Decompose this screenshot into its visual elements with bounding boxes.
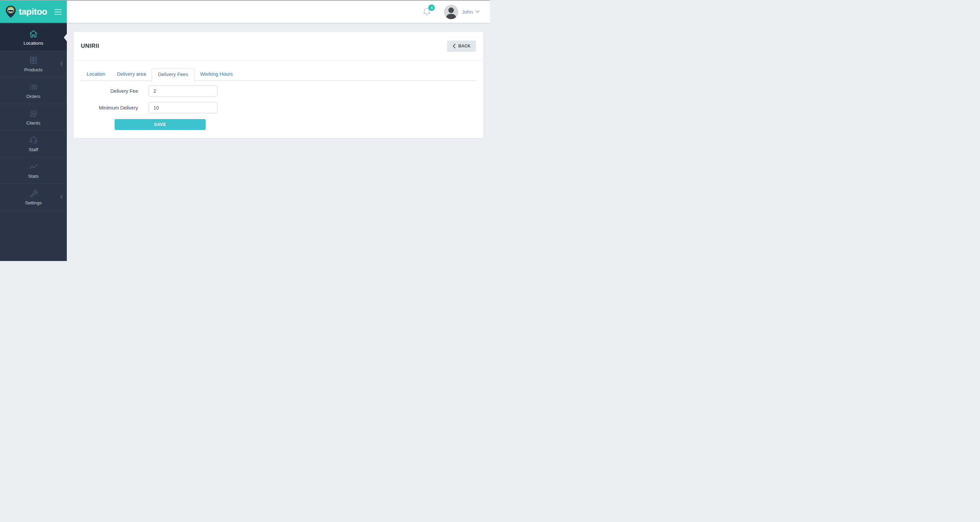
list-icon	[29, 82, 38, 91]
delivery-fees-form: Delivery Fee Minimum Delivery SAVE	[81, 85, 476, 130]
minimum-delivery-label: Minimum Delivery	[81, 105, 138, 110]
menu-book-icon	[29, 56, 38, 65]
chevron-down-icon[interactable]	[475, 10, 480, 13]
tab-delivery-fees[interactable]: Delivery Fees	[152, 68, 194, 82]
chevron-left-icon	[60, 194, 63, 200]
wrench-icon	[29, 189, 38, 198]
page-title: UNIRII	[81, 43, 99, 49]
sidebar-item-clients[interactable]: Clients	[0, 104, 67, 131]
tab-working-hours[interactable]: Working Hours	[194, 68, 239, 80]
tapitoo-pin-logo-icon	[5, 5, 16, 18]
sidebar-item-locations[interactable]: Locations	[0, 24, 67, 51]
form-row: Delivery Fee	[81, 85, 476, 97]
page-content: UNIRII BACK Location Delivery area Deliv…	[67, 23, 490, 261]
sidebar-item-label: Orders	[26, 94, 40, 99]
headset-icon	[29, 136, 38, 145]
location-tabs: Location Delivery area Delivery Fees Wor…	[81, 68, 476, 81]
chevron-left-icon	[60, 61, 63, 67]
sidebar-logo-bar: tapitoo	[0, 1, 67, 23]
sidebar-item-stats[interactable]: Stats	[0, 157, 67, 184]
delivery-fee-label: Delivery Fee	[81, 88, 138, 94]
delivery-fee-input[interactable]	[149, 85, 218, 97]
sidebar-collapse-hamburger-icon[interactable]	[54, 8, 62, 16]
sidebar-item-label: Settings	[25, 200, 42, 205]
notification-count-badge: 4	[428, 5, 435, 11]
user-silhouette-icon	[444, 5, 458, 19]
sidebar-item-orders[interactable]: Orders	[0, 77, 67, 104]
form-row: Minimum Delivery	[81, 102, 476, 113]
tab-delivery-area[interactable]: Delivery area	[111, 68, 152, 80]
sidebar-item-label: Stats	[28, 174, 39, 179]
app-screen: tapitoo Locations	[0, 0, 490, 261]
card-body: Location Delivery area Delivery Fees Wor…	[74, 61, 483, 138]
sidebar-item-label: Locations	[24, 41, 43, 46]
save-button[interactable]: SAVE	[115, 119, 205, 130]
tab-location[interactable]: Location	[81, 68, 111, 80]
sidebar-item-products[interactable]: Products	[0, 51, 67, 77]
avatar[interactable]	[444, 5, 458, 19]
home-icon	[29, 29, 38, 38]
users-icon	[29, 109, 38, 118]
sidebar-item-label: Clients	[26, 120, 40, 126]
sidebar-item-staff[interactable]: Staff	[0, 131, 67, 157]
user-menu-name[interactable]: John	[462, 9, 473, 15]
minimum-delivery-input[interactable]	[149, 102, 218, 113]
sidebar: tapitoo Locations	[0, 1, 67, 261]
sidebar-item-settings[interactable]: Settings	[0, 184, 67, 211]
main-area: 4 John UNIRII BACK	[67, 1, 490, 261]
notifications-button[interactable]: 4	[423, 7, 431, 16]
sidebar-nav: Locations Products	[0, 23, 67, 211]
sidebar-item-label: Staff	[29, 147, 38, 152]
chevron-left-icon	[452, 44, 455, 48]
location-card: UNIRII BACK Location Delivery area Deliv…	[74, 32, 483, 138]
card-header: UNIRII BACK	[74, 32, 483, 61]
line-chart-icon	[29, 162, 38, 171]
window-top-edge	[0, 0, 490, 1]
brand-wordmark: tapitoo	[19, 6, 47, 17]
back-button[interactable]: BACK	[447, 41, 476, 52]
top-header-bar: 4 John	[67, 1, 490, 23]
back-button-label: BACK	[458, 44, 471, 48]
sidebar-item-label: Products	[24, 67, 42, 72]
